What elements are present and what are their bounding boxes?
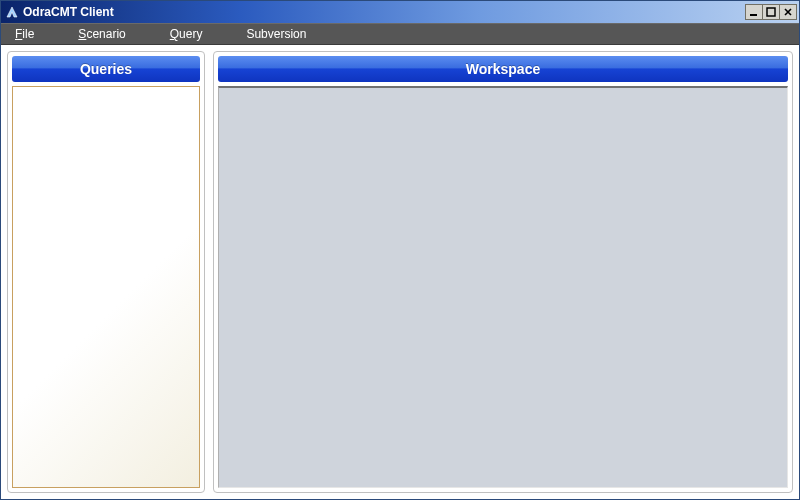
menu-file[interactable]: File: [9, 25, 40, 43]
menu-mnemonic: Q: [170, 27, 179, 41]
app-window: OdraCMT Client File Scenario Query Subve…: [0, 0, 800, 500]
window-controls: [746, 4, 797, 20]
menu-scenario[interactable]: Scenario: [72, 25, 131, 43]
menu-subversion[interactable]: Subversion: [240, 25, 312, 43]
queries-panel: Queries: [7, 51, 205, 493]
svg-rect-0: [750, 14, 757, 16]
window-title: OdraCMT Client: [23, 5, 114, 19]
minimize-button[interactable]: [745, 4, 763, 20]
menu-query[interactable]: Query: [164, 25, 209, 43]
title-left: OdraCMT Client: [5, 5, 114, 19]
workspace-panel: Workspace: [213, 51, 793, 493]
workspace-area[interactable]: [218, 86, 788, 488]
maximize-button[interactable]: [762, 4, 780, 20]
client-area: Queries Workspace: [1, 45, 799, 499]
app-icon: [5, 5, 19, 19]
menu-file-rest: ile: [22, 27, 34, 41]
menu-bar: File Scenario Query Subversion: [1, 23, 799, 45]
title-bar[interactable]: OdraCMT Client: [1, 1, 799, 23]
svg-rect-1: [767, 8, 775, 16]
menu-query-rest: uery: [179, 27, 202, 41]
close-button[interactable]: [779, 4, 797, 20]
workspace-panel-header: Workspace: [218, 56, 788, 82]
queries-list[interactable]: [12, 86, 200, 488]
menu-scenario-rest: cenario: [86, 27, 125, 41]
queries-panel-header: Queries: [12, 56, 200, 82]
